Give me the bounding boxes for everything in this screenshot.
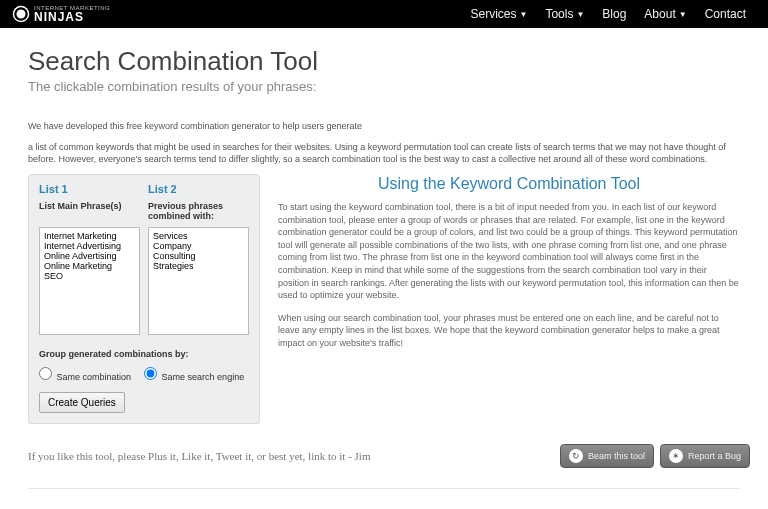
list2-textarea[interactable] — [148, 227, 249, 335]
list1-textarea[interactable] — [39, 227, 140, 335]
list1-label: List Main Phrase(s) — [39, 201, 140, 223]
group-label: Group generated combinations by: — [39, 349, 249, 359]
list1-head: List 1 — [39, 183, 140, 195]
top-nav: INTERNET MARKETING NINJAS Services▼ Tool… — [0, 0, 768, 28]
nav-contact[interactable]: Contact — [705, 7, 746, 21]
create-queries-button[interactable]: Create Queries — [39, 392, 125, 413]
logo-swirl-icon — [12, 5, 30, 23]
nav-about[interactable]: About▼ — [644, 7, 686, 21]
chevron-down-icon: ▼ — [519, 10, 527, 19]
instructions-heading: Using the Keyword Combination Tool — [278, 174, 740, 193]
instructions-p2: When using our search combination tool, … — [278, 312, 740, 350]
list2-label: Previous phrases combined with: — [148, 201, 249, 223]
form-panel: List 1 List Main Phrase(s) List 2 Previo… — [28, 174, 260, 424]
intro-line-2: a list of common keywords that might be … — [28, 141, 740, 166]
radio-same-combination[interactable] — [39, 367, 52, 380]
radio-same-engine[interactable] — [144, 367, 157, 380]
chevron-down-icon: ▼ — [576, 10, 584, 19]
radio-same-combination-label[interactable]: Same combination — [39, 367, 131, 382]
nav-tools[interactable]: Tools▼ — [545, 7, 584, 21]
brand-logo[interactable]: INTERNET MARKETING NINJAS — [12, 5, 110, 23]
right-column: Using the Keyword Combination Tool To st… — [278, 174, 740, 360]
share-icon: ↻ — [569, 449, 583, 463]
brand-name: NINJAS — [34, 11, 110, 23]
nav-services[interactable]: Services▼ — [470, 7, 527, 21]
nav-blog[interactable]: Blog — [602, 7, 626, 21]
list2-head: List 2 — [148, 183, 249, 195]
page-title: Search Combination Tool — [28, 46, 740, 77]
chevron-down-icon: ▼ — [679, 10, 687, 19]
intro-line-1: We have developed this free keyword comb… — [28, 120, 740, 133]
bug-icon: ✶ — [669, 449, 683, 463]
page-subtitle: The clickable combination results of you… — [28, 79, 740, 94]
instructions-p1: To start using the keyword combination t… — [278, 201, 740, 302]
radio-same-engine-label[interactable]: Same search engine — [144, 367, 244, 382]
nav-links: Services▼ Tools▼ Blog About▼ Contact — [470, 7, 746, 21]
beam-tool-button[interactable]: ↻ Beam this tool — [560, 444, 654, 468]
report-bug-button[interactable]: ✶ Report a Bug — [660, 444, 750, 468]
bottom-divider — [28, 488, 740, 489]
